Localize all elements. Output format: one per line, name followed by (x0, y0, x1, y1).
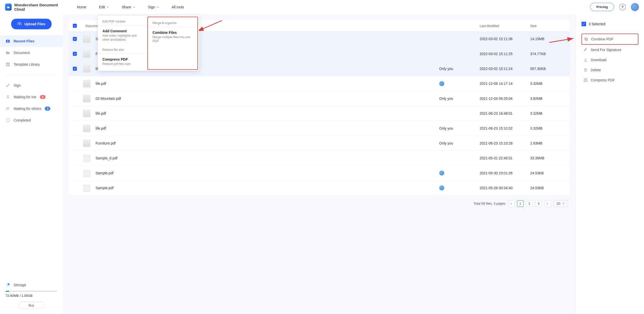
table-row[interactable]: life.pdf2021-12-08 14:17:143.32MB (69, 76, 570, 91)
table-row[interactable]: 03 Mountain.pdfOnly you2021-12-04 09:25:… (69, 91, 570, 106)
nav-edit-label: Edit (99, 5, 105, 9)
storage-section: Storage 72.60MB / 1.00GB Buy (0, 279, 63, 314)
people-icon (6, 106, 10, 111)
svg-point-8 (8, 108, 9, 109)
row-checkbox[interactable] (73, 37, 77, 41)
row-checkbox[interactable] (73, 67, 77, 71)
action-send-signature[interactable]: Send For Signature (582, 45, 638, 55)
file-name: 03 Mountain.pdf (96, 96, 439, 101)
pricing-button[interactable]: Pricing (590, 3, 614, 11)
nav-home[interactable]: Home (76, 4, 87, 11)
file-thumbnail (83, 50, 91, 58)
file-thumbnail (83, 184, 91, 192)
shared-avatar (439, 185, 444, 190)
page-2[interactable]: 2 (526, 200, 533, 207)
action-compress-pdf[interactable]: Compress PDF (582, 75, 638, 85)
select-all-checkbox[interactable] (73, 24, 77, 28)
dropdown-combine-files[interactable]: Combine Files Merge multiple files into … (148, 29, 197, 46)
svg-rect-11 (585, 38, 587, 40)
nav-all-tools[interactable]: All tools (171, 4, 185, 11)
file-size: 33.39MB (530, 156, 566, 160)
table-row[interactable]: Sample.pdf2021-05-30 23:01:2624.53KB (69, 166, 570, 181)
shared-text: Only you (439, 141, 453, 145)
table-row[interactable]: Furniture.pdfOnly you2021-06-23 15:10:28… (69, 136, 570, 151)
help-button[interactable]: ? (619, 4, 626, 10)
upload-files-button[interactable]: Upload Files (11, 19, 51, 29)
file-size: 24.53KB (530, 171, 566, 175)
upload-files-label: Upload Files (24, 22, 45, 26)
sidebar-waiting-for-others[interactable]: Waiting for others 3 (0, 103, 63, 114)
file-size: 3.82MB (530, 96, 566, 101)
page-prev[interactable]: ‹ (508, 200, 515, 207)
dropdown-compress-desc: Reduce pdf files size (102, 62, 143, 66)
nav-sign[interactable]: Sign (147, 4, 160, 11)
shared-avatar (439, 81, 444, 86)
file-modified: 2021-05-28 00:34:40 (480, 186, 530, 190)
page-1[interactable]: 1 (517, 200, 524, 207)
file-modified: 2021-12-04 09:25:04 (480, 96, 530, 101)
table-row[interactable]: life.pdf2021-06-23 16:48:013.32MB (69, 106, 570, 121)
chevron-down-icon (157, 6, 159, 8)
sidebar-sign[interactable]: Sign (0, 80, 63, 91)
page-next[interactable]: › (544, 200, 551, 207)
dropdown-compress-pdf[interactable]: Compress PDF Reduce pdf files size (98, 55, 147, 68)
page-size-value: 20 (557, 202, 560, 205)
dropdown-combine-title: Combine Files (152, 31, 193, 35)
file-modified: 2021-06-23 16:48:01 (480, 111, 530, 115)
sidebar-sign-label: Sign (14, 83, 21, 87)
file-modified: 2021-05-31 22:40:01 (480, 156, 530, 160)
dropdown-add-comment-desc: Add notes, highlights and other annotati… (102, 34, 143, 42)
header-right: Pricing ? (590, 3, 639, 11)
sidebar-recent-label: Recent Files (14, 39, 34, 43)
sidebar-recent-files[interactable]: Recent Files (0, 35, 63, 47)
dropdown-section-merge-label: Merge & organize (148, 20, 197, 27)
buy-button[interactable]: Buy (18, 302, 45, 309)
file-name: life.pdf (96, 126, 439, 130)
file-size: 24.53KB (530, 186, 566, 190)
action-combine-pdf[interactable]: Combine PDF (582, 34, 638, 45)
divider (6, 75, 57, 75)
page-3[interactable]: 3 (535, 200, 542, 207)
file-thumbnail (83, 169, 91, 177)
dropdown-add-comment[interactable]: Add Comment Add notes, highlights and ot… (98, 27, 147, 44)
file-modified: 2021-05-30 23:01:26 (480, 171, 530, 175)
user-avatar[interactable] (631, 3, 639, 11)
page-size-select[interactable]: 20 (553, 200, 568, 207)
logo-icon (5, 4, 12, 11)
selection-checkbox[interactable]: ✓ (582, 22, 586, 26)
file-shared: Only you (439, 67, 480, 71)
storage-bar (6, 291, 57, 292)
action-download[interactable]: Download (582, 55, 638, 65)
nav-edit[interactable]: Edit Edit PDF content Add Comment Add no… (98, 4, 110, 11)
action-delete[interactable]: Delete (582, 65, 638, 75)
sidebar-template-label: Template Library (14, 62, 40, 66)
selection-header: ✓ 3 Selected (582, 22, 638, 31)
sidebar-template-library[interactable]: Template Library (0, 59, 63, 70)
pie-icon (6, 283, 10, 287)
file-size: 374.77KB (530, 52, 566, 56)
nav-share[interactable]: Share (121, 4, 136, 11)
sidebar-completed[interactable]: Completed (0, 114, 63, 126)
dropdown-add-comment-title: Add Comment (102, 29, 143, 33)
sidebar-waiting-for-me[interactable]: Waiting for me 5 (0, 91, 63, 103)
dropdown-col-merge: Merge & organize Combine Files Merge mul… (147, 17, 198, 70)
svg-rect-3 (8, 63, 10, 64)
file-modified: 2022-03-02 15:11:24 (480, 67, 530, 71)
file-size: 3.32MB (530, 111, 566, 115)
table-row[interactable]: Sample.pdf2021-05-28 00:34:4024.53KB (69, 181, 570, 196)
sidebar-document-label: Document (14, 51, 30, 55)
header: Wondershare Document Cloud Home Edit Edi… (0, 0, 644, 14)
table-row[interactable]: life.pdfOnly you2021-06-23 15:10:323.32M… (69, 121, 570, 136)
file-name: life.pdf (96, 82, 439, 86)
clock-icon (6, 39, 10, 43)
file-shared: Only you (439, 141, 480, 145)
row-checkbox[interactable] (73, 52, 77, 56)
col-size[interactable]: Size (530, 24, 566, 28)
nav-all-tools-label: All tools (172, 5, 184, 9)
sidebar-document[interactable]: Document (0, 47, 63, 59)
svg-rect-2 (6, 63, 8, 64)
col-modified[interactable]: Last Modified (480, 24, 530, 28)
pen-icon (6, 83, 10, 88)
table-row[interactable]: Sample_6.pdf2021-05-31 22:40:0133.39MB (69, 151, 570, 166)
file-thumbnail (83, 154, 91, 162)
